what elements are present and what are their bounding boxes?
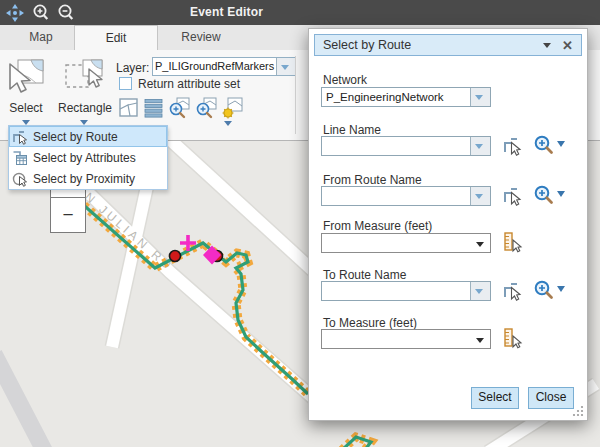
menu-item-select-by-proximity[interactable]: Select by Proximity <box>9 168 167 189</box>
from-measure-combobox[interactable] <box>321 233 491 253</box>
select-tool-label: Select <box>0 101 52 115</box>
to-route-zoom-caret-icon[interactable] <box>557 286 565 296</box>
from-route-zoom-icon[interactable] <box>533 184 555 206</box>
to-route-name-dropdown-button[interactable] <box>470 282 490 300</box>
select-attributes-icon <box>12 150 28 166</box>
line-name-label: Line Name <box>323 123 381 137</box>
select-by-route-dialog: Select by Route ✕ Network P_EngineeringN… <box>308 28 588 421</box>
select-dropdown-menu: Select by Route Select by Attributes Sel… <box>8 125 168 190</box>
pan-icon[interactable] <box>5 3 25 23</box>
to-route-name-value <box>322 282 470 300</box>
layer-combobox[interactable]: P_ILIGroundRefMarkers <box>152 57 296 76</box>
menu-item-select-by-attributes[interactable]: Select by Attributes <box>9 147 167 168</box>
close-icon[interactable]: ✕ <box>562 36 573 56</box>
select-tool-icon <box>6 58 46 96</box>
selectable-layers-dropdown-caret[interactable] <box>224 121 232 130</box>
line-name-zoom-caret-icon[interactable] <box>557 141 565 151</box>
to-route-zoom-icon[interactable] <box>533 279 555 301</box>
from-measure-ruler-icon[interactable] <box>501 231 523 253</box>
line-name-combobox[interactable] <box>321 136 491 156</box>
rectangle-tool-label: Rectangle <box>58 101 110 115</box>
dialog-resize-grip[interactable] <box>572 405 584 417</box>
to-measure-value <box>322 330 490 348</box>
ribbon-group-separator <box>295 56 296 134</box>
to-measure-combobox[interactable] <box>321 329 491 349</box>
network-combobox[interactable]: P_EngineeringNetwork <box>321 87 491 107</box>
layer-combobox-dropdown-button[interactable] <box>276 58 295 75</box>
menu-item-label: Select by Proximity <box>33 172 135 186</box>
tab-review[interactable]: Review <box>158 25 244 50</box>
from-measure-value <box>322 234 490 252</box>
dialog-collapse-caret-icon[interactable] <box>543 43 551 52</box>
to-measure-label: To Measure (feet) <box>323 316 417 330</box>
from-route-name-label: From Route Name <box>323 173 422 187</box>
layer-label: Layer: <box>116 61 149 75</box>
app-title-bar: Event Editor <box>0 0 600 25</box>
to-route-route-select-icon[interactable] <box>501 280 523 302</box>
line-name-route-select-icon[interactable] <box>501 135 523 157</box>
selectable-layers-icon[interactable] <box>221 96 245 120</box>
return-attribute-set-checkbox[interactable] <box>119 77 132 90</box>
from-route-route-select-icon[interactable] <box>501 185 523 207</box>
tab-map[interactable]: Map <box>8 25 74 50</box>
menu-item-select-by-route[interactable]: Select by Route <box>9 126 167 147</box>
map-zoom-out-button[interactable]: − <box>50 197 86 233</box>
from-route-name-dropdown-button[interactable] <box>470 187 490 205</box>
app-title: Event Editor <box>190 5 263 19</box>
pan-to-selected-icon[interactable] <box>194 96 218 120</box>
to-route-name-combobox[interactable] <box>321 281 491 301</box>
rectangle-tool-icon <box>63 58 105 96</box>
menu-item-label: Select by Attributes <box>33 151 136 165</box>
dialog-title: Select by Route <box>323 35 411 55</box>
network-value: P_EngineeringNetwork <box>322 88 470 106</box>
from-measure-label: From Measure (feet) <box>323 219 432 233</box>
red-point-marker <box>170 251 181 262</box>
select-route-icon <box>12 129 28 145</box>
dialog-header[interactable]: Select by Route ✕ <box>314 34 582 56</box>
from-route-name-combobox[interactable] <box>321 186 491 206</box>
network-dropdown-button[interactable] <box>470 88 490 106</box>
tab-edit[interactable]: Edit <box>74 25 158 50</box>
select-proximity-icon <box>12 171 28 187</box>
menu-item-label: Select by Route <box>33 130 118 144</box>
select-button[interactable]: Select <box>471 387 519 409</box>
event-editor-window: N JULIAN RD + − <box>0 0 600 447</box>
select-features-icon[interactable] <box>117 96 141 120</box>
line-name-value <box>322 137 470 155</box>
select-attributes-list-icon[interactable] <box>142 96 166 120</box>
to-measure-ruler-icon[interactable] <box>501 327 523 349</box>
select-tool-button[interactable]: Select <box>0 58 52 133</box>
line-name-dropdown-button[interactable] <box>470 137 490 155</box>
close-button[interactable]: Close <box>528 387 574 409</box>
from-route-name-value <box>322 187 470 205</box>
return-attribute-set-label: Return attribute set <box>138 77 240 91</box>
zoom-out-icon[interactable] <box>56 3 76 23</box>
zoom-to-selected-icon[interactable] <box>167 96 191 120</box>
rectangle-tool-button[interactable]: Rectangle <box>58 58 110 133</box>
network-label: Network <box>323 73 367 87</box>
zoom-in-icon[interactable] <box>31 3 51 23</box>
to-route-name-label: To Route Name <box>323 268 406 282</box>
layer-combobox-value: P_ILIGroundRefMarkers <box>153 58 276 75</box>
from-route-zoom-caret-icon[interactable] <box>557 191 565 201</box>
map-gray-road <box>0 354 46 447</box>
line-name-zoom-icon[interactable] <box>533 134 555 156</box>
